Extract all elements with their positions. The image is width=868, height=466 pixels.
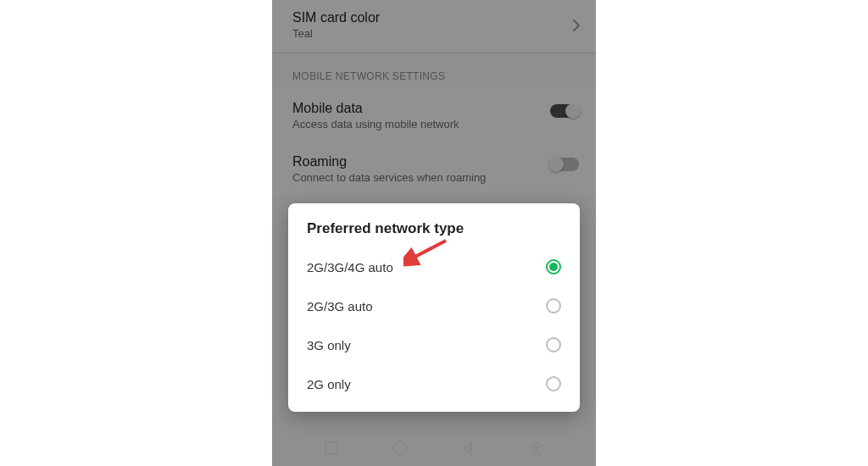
option-label: 2G/3G auto [307, 299, 373, 313]
mobile-data-row[interactable]: Mobile data Access data using mobile net… [272, 89, 596, 142]
network-option-3g-auto[interactable]: 2G/3G auto [288, 286, 580, 325]
mobile-data-title: Mobile data [292, 101, 537, 116]
roaming-title: Roaming [292, 154, 537, 169]
sim-card-color-row[interactable]: SIM card color Teal [272, 0, 596, 53]
roaming-toggle[interactable] [550, 158, 579, 171]
navigation-bar [272, 430, 596, 466]
roaming-subtitle: Connect to data services when roaming [292, 171, 537, 184]
radio-icon [546, 337, 561, 352]
radio-icon [546, 376, 561, 391]
roaming-row[interactable]: Roaming Connect to data services when ro… [272, 142, 596, 196]
option-label: 3G only [307, 338, 351, 352]
network-option-4g-auto[interactable]: 2G/3G/4G auto [288, 247, 580, 286]
sim-color-value: Teal [292, 27, 576, 40]
radio-icon [546, 259, 561, 275]
option-label: 2G/3G/4G auto [307, 260, 393, 275]
network-option-2g-only[interactable]: 2G only [288, 364, 580, 403]
chevron-right-icon [572, 19, 581, 36]
recent-apps-icon[interactable] [323, 440, 340, 457]
back-icon[interactable] [459, 440, 476, 457]
accessibility-icon[interactable] [528, 440, 545, 457]
svg-point-0 [535, 441, 538, 444]
network-option-3g-only[interactable]: 3G only [288, 325, 580, 364]
mobile-data-subtitle: Access data using mobile network [292, 118, 537, 130]
dialog-title: Preferred network type [288, 219, 580, 247]
home-icon[interactable] [392, 440, 409, 457]
option-label: 2G only [307, 377, 351, 391]
radio-icon [546, 298, 561, 313]
section-header: MOBILE NETWORK SETTINGS [272, 53, 596, 89]
device-frame: SIM card color Teal MOBILE NETWORK SETTI… [272, 0, 596, 466]
mobile-data-toggle[interactable] [550, 104, 579, 118]
preferred-network-dialog: Preferred network type 2G/3G/4G auto 2G/… [288, 203, 580, 412]
sim-color-title: SIM card color [292, 10, 576, 25]
